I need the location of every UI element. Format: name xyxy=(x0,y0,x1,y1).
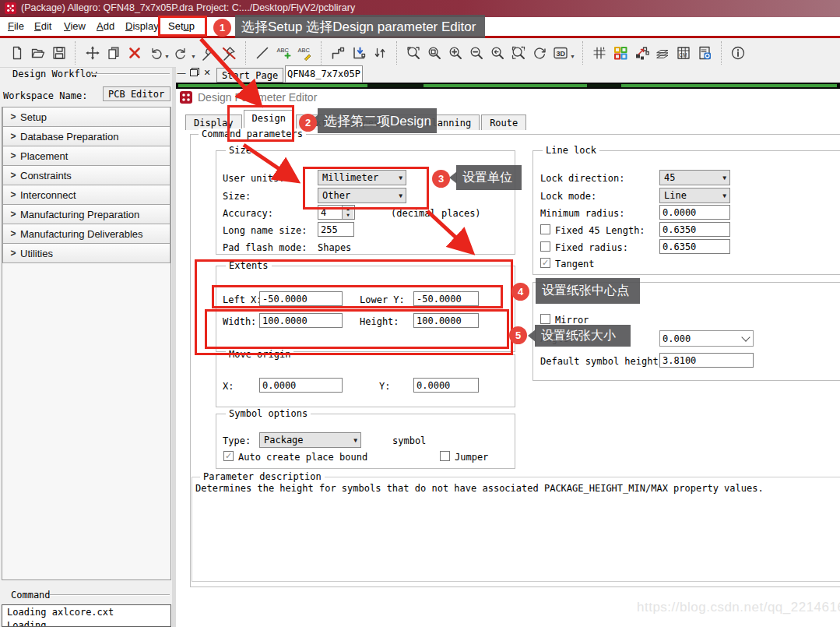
info-icon[interactable] xyxy=(728,42,749,64)
grid-toggle-icon[interactable] xyxy=(589,42,610,64)
chevron-right-icon: > xyxy=(6,131,20,142)
zoom-in-icon[interactable] xyxy=(445,42,466,64)
zoom-previous-icon[interactable] xyxy=(487,42,508,64)
zoom-points-icon[interactable] xyxy=(403,42,424,64)
move-x-input[interactable]: 0.0000 xyxy=(259,378,343,393)
swap-layers-icon[interactable] xyxy=(631,42,652,64)
add-line-icon[interactable] xyxy=(252,42,273,64)
auto-create-place-bound-checkbox[interactable]: ✓ xyxy=(223,451,234,461)
fixed-45-length-label: Fixed 45 Length: xyxy=(555,225,645,236)
divider xyxy=(92,73,170,75)
default-symbol-height-input[interactable]: 3.8100 xyxy=(659,353,754,368)
menu-display[interactable]: Display xyxy=(125,20,159,32)
open-icon[interactable] xyxy=(27,42,48,64)
undo-icon[interactable] xyxy=(145,42,166,64)
lock-mode-select[interactable]: Line▼ xyxy=(659,188,730,203)
options-icon[interactable] xyxy=(694,42,715,64)
design-canvas-strip xyxy=(176,83,840,89)
sidebar-item-manufacturing-preparation[interactable]: >Manufacturing Preparation xyxy=(2,205,170,224)
new-icon[interactable] xyxy=(6,42,27,64)
jumper-checkbox[interactable] xyxy=(440,451,450,461)
three-d-dropdown-arrow[interactable]: ▼ xyxy=(570,54,575,59)
fixed-45-length-input[interactable]: 0.6350 xyxy=(659,222,730,237)
sidebar-item-placement[interactable]: >Placement xyxy=(2,146,170,166)
swap-sections-icon[interactable] xyxy=(370,42,391,64)
menu-add[interactable]: Add xyxy=(97,20,114,32)
menu-view[interactable]: View xyxy=(64,20,86,32)
redo-icon[interactable] xyxy=(171,42,192,64)
group-label: Parameter description xyxy=(200,471,325,482)
pin-icon[interactable] xyxy=(198,42,219,64)
dialog-title: Design Parameter Editor xyxy=(198,91,317,104)
sidebar-item-database-preparation[interactable]: >Database Preparation xyxy=(2,127,170,146)
redo-dropdown-arrow[interactable]: ▼ xyxy=(191,54,196,59)
tab-design-file[interactable]: QFN48_7x7x05P xyxy=(285,65,363,83)
add-text-icon[interactable]: ABC xyxy=(273,42,294,64)
color-dialog-icon[interactable] xyxy=(610,42,631,64)
toolbar-separator xyxy=(321,41,322,65)
move-icon[interactable] xyxy=(82,42,103,64)
lock-direction-label: Lock direction: xyxy=(540,173,624,184)
workspace-name-select[interactable]: PCB Editor xyxy=(103,86,170,101)
import-placement-icon[interactable] xyxy=(349,42,370,64)
toolbar: ▼▼ABCABC3D▼CM xyxy=(0,38,840,68)
undo-dropdown-arrow[interactable]: ▼ xyxy=(164,54,170,59)
sidebar-item-manufacturing-deliverables[interactable]: >Manufacturing Deliverables xyxy=(2,224,170,244)
visibility-layers-icon[interactable] xyxy=(652,42,673,64)
fixed-radius-input[interactable]: 0.6350 xyxy=(659,239,730,254)
callout-tail xyxy=(449,171,457,184)
allegro-app-icon xyxy=(5,2,16,14)
fixed-45-length-checkbox[interactable] xyxy=(540,224,550,234)
close-window-button[interactable]: ✕ xyxy=(202,68,213,78)
menu-edit[interactable]: Edit xyxy=(34,20,51,32)
angle-value: 0.000 xyxy=(663,333,691,344)
edit-text-icon[interactable]: ABC xyxy=(294,42,315,64)
three-d-icon[interactable]: 3D xyxy=(550,42,571,64)
copy-icon[interactable] xyxy=(103,42,124,64)
angle-select[interactable]: 0.000 xyxy=(659,330,754,347)
canvas-dark-patch xyxy=(367,84,424,87)
minimum-radius-input[interactable]: 0.0000 xyxy=(659,205,730,220)
pad-flash-mode-value: Shapes xyxy=(318,242,351,253)
toolbar-separator xyxy=(75,41,76,65)
zoom-out-icon[interactable] xyxy=(466,42,487,64)
restore-window-button[interactable] xyxy=(188,69,199,78)
console-line-partial: Loading ... xyxy=(2,618,170,627)
move-y-input[interactable]: 0.0000 xyxy=(413,378,479,393)
callout-2: 选择第二项Design xyxy=(318,108,437,133)
zoom-fit-icon[interactable] xyxy=(424,42,445,64)
long-name-size-label: Long name size: xyxy=(223,225,307,236)
annotation-box-setup xyxy=(158,16,207,37)
zoom-selection-icon[interactable] xyxy=(508,42,529,64)
sidebar-item-label: Interconnect xyxy=(20,189,76,201)
sidebar-item-interconnect[interactable]: >Interconnect xyxy=(2,185,170,205)
parameter-description-group: Parameter description Determines the hei… xyxy=(192,477,840,582)
symbol-type-select[interactable]: Package▼ xyxy=(259,432,361,448)
sidebar-item-constraints[interactable]: >Constraints xyxy=(2,166,170,185)
callout-3: 设置单位 xyxy=(456,165,522,190)
dialog-tab-route[interactable]: Route xyxy=(481,114,526,130)
long-name-size-input[interactable]: 255 xyxy=(318,222,354,237)
mirror-checkbox[interactable] xyxy=(540,314,550,324)
redraw-icon[interactable] xyxy=(529,42,550,64)
sidebar-item-utilities[interactable]: >Utilities xyxy=(2,244,170,263)
lock-direction-select[interactable]: 45▼ xyxy=(659,170,730,185)
delete-icon[interactable] xyxy=(124,42,145,64)
fixed-radius-checkbox[interactable] xyxy=(540,241,550,252)
tab-start-page[interactable]: Start Page xyxy=(216,68,283,83)
unpin-icon[interactable] xyxy=(219,42,240,64)
sidebar-item-setup[interactable]: >Setup xyxy=(2,107,170,127)
command-console[interactable]: Loading axlcore.cxt Loading ... xyxy=(2,604,171,627)
lock-mode-label: Lock mode: xyxy=(540,191,596,202)
route-icon[interactable] xyxy=(328,42,349,64)
save-icon[interactable] xyxy=(48,42,69,64)
color-map-icon[interactable]: CM xyxy=(673,42,694,64)
step-badge-5: 5 xyxy=(509,326,527,344)
minimize-window-button[interactable]: — xyxy=(176,68,187,77)
sidebar-item-label: Setup xyxy=(20,111,47,123)
tangent-checkbox[interactable]: ✓ xyxy=(540,258,550,268)
panel-title: Design Workflow xyxy=(12,69,97,79)
menu-file[interactable]: File xyxy=(8,20,24,32)
chevron-down-icon: ▼ xyxy=(722,192,726,199)
chevron-right-icon: > xyxy=(6,209,20,220)
